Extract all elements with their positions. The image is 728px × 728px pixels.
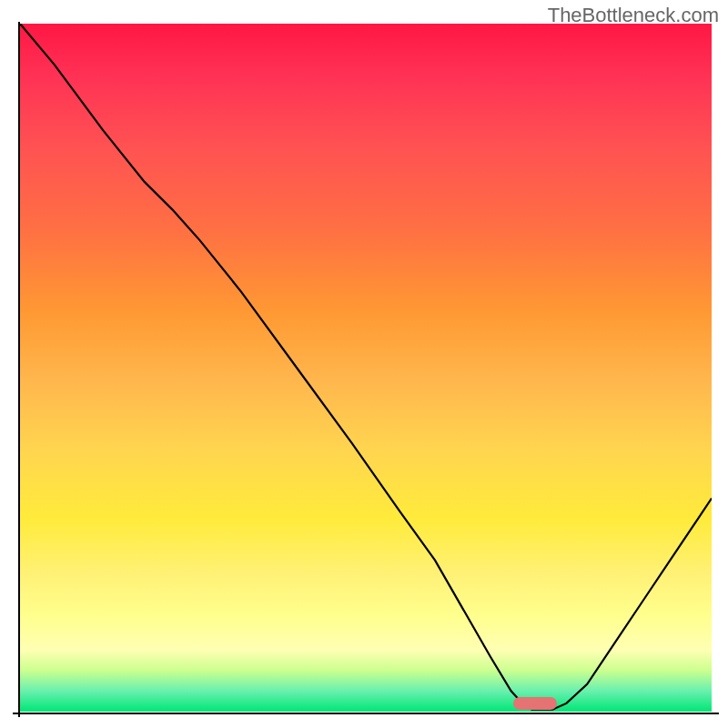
optimal-point-marker [513,697,557,710]
bottleneck-curve [20,24,712,712]
x-axis [13,713,719,714]
y-axis [18,22,20,717]
watermark-text: TheBottleneck.com [548,4,719,27]
